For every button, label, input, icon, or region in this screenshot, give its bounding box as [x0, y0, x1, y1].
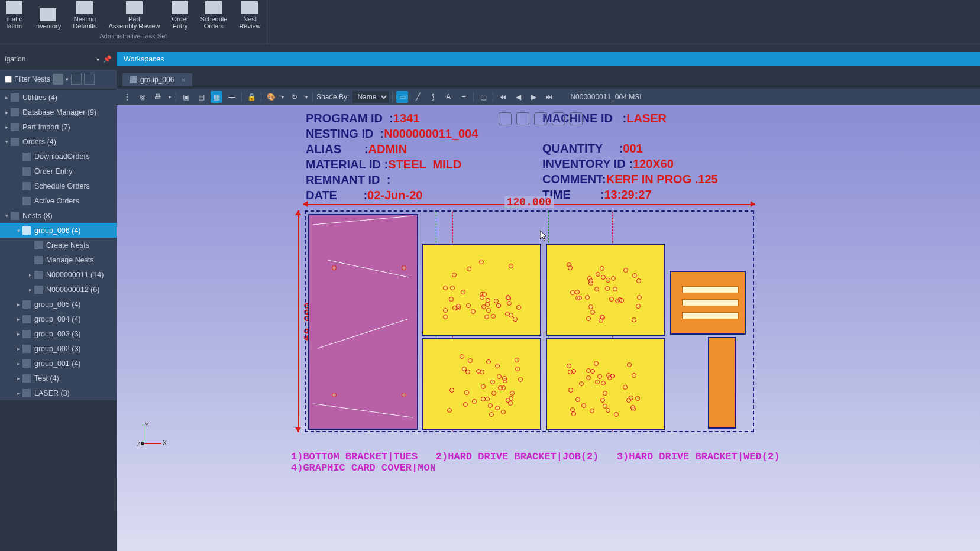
- part-hd-bracket[interactable]: [546, 338, 665, 430]
- shade-by-select[interactable]: Name: [352, 91, 389, 103]
- expand-icon[interactable]: ▸: [15, 316, 21, 322]
- ribbon-btn-inventory[interactable]: Inventory: [31, 0, 64, 31]
- expand-icon[interactable]: ▸: [4, 109, 9, 115]
- part-graphic-cover-b[interactable]: [708, 337, 736, 429]
- tree-item[interactable]: ▾Orders (4): [0, 134, 117, 149]
- workspaces-tab-label: Workspaces: [124, 55, 164, 63]
- next-icon[interactable]: ▶: [528, 91, 539, 103]
- tree-item[interactable]: ▾group_006 (4): [0, 223, 117, 238]
- tree-item[interactable]: ▸Utilities (4): [0, 90, 117, 105]
- chevron-down-icon[interactable]: ▾: [96, 56, 99, 63]
- search-icon[interactable]: [84, 74, 95, 85]
- tree-label: Test (4): [34, 374, 59, 383]
- file-tab-bar: group_006 ×: [117, 71, 980, 86]
- close-icon[interactable]: ×: [181, 76, 185, 83]
- expand-icon[interactable]: ▾: [4, 139, 9, 145]
- pin-icon[interactable]: 📌: [103, 55, 112, 63]
- tree-item[interactable]: ▸Database Manager (9): [0, 105, 117, 119]
- expand-icon[interactable]: ▸: [15, 390, 21, 396]
- tree-item[interactable]: Order Entry: [0, 164, 117, 179]
- part-hd-bracket[interactable]: [422, 338, 541, 430]
- part-hd-bracket[interactable]: [546, 244, 665, 336]
- expand-icon[interactable]: ▸: [27, 287, 33, 293]
- ribbon-btn-nesting-defaults[interactable]: Nesting Defaults: [69, 0, 100, 31]
- tree-item[interactable]: ▸N000000011 (14): [0, 267, 117, 282]
- palette-icon[interactable]: 🎨: [265, 91, 277, 103]
- tree-item[interactable]: DownloadOrders: [0, 149, 117, 164]
- filter-slot[interactable]: [71, 74, 82, 85]
- arc-icon[interactable]: ⟆: [427, 91, 439, 103]
- tree-item[interactable]: ▸group_004 (4): [0, 312, 117, 326]
- expand-icon[interactable]: ▸: [4, 95, 9, 101]
- window-icon[interactable]: ▭: [396, 91, 408, 103]
- chevron-down-icon[interactable]: ▾: [304, 95, 309, 100]
- chevron-down-icon[interactable]: ▾: [280, 95, 285, 100]
- refresh-icon[interactable]: ↻: [289, 91, 300, 103]
- prev-icon[interactable]: ◀: [512, 91, 524, 103]
- expand-icon[interactable]: ▸: [27, 272, 33, 278]
- part-graphic-cover[interactable]: [670, 271, 746, 335]
- tree-item[interactable]: ▸group_005 (4): [0, 297, 117, 312]
- last-icon[interactable]: ⏭: [543, 91, 555, 103]
- tree-item[interactable]: ▾Nests (8): [0, 208, 117, 223]
- tree-item[interactable]: ▸LASER (3): [0, 385, 117, 400]
- folder-icon: [22, 330, 31, 338]
- tree-item[interactable]: ▸group_002 (3): [0, 341, 117, 356]
- chevron-down-icon[interactable]: ▾: [167, 95, 172, 100]
- filter-nests-checkbox[interactable]: [5, 76, 12, 83]
- ribbon-btn-nest-review[interactable]: Nest Review: [235, 0, 264, 31]
- file-tab-group006[interactable]: group_006 ×: [122, 73, 192, 86]
- funnel-icon[interactable]: [53, 74, 63, 85]
- canvas-toolbar: ⋮ ◎ 🖶 ▾ ▣ ▤ ▦ — 🔒 🎨 ▾ ↻ ▾ Shade By: Name…: [117, 89, 980, 105]
- zoom-window-icon[interactable]: [499, 112, 512, 125]
- canvas[interactable]: PROGRAM ID :1341 NESTING ID :N000000011_…: [117, 105, 980, 551]
- tree-label: Part Import (7): [22, 123, 70, 131]
- tree-item[interactable]: ▸N000000012 (6): [0, 282, 117, 297]
- tree-item[interactable]: ▸Test (4): [0, 371, 117, 385]
- ribbon-btn-schedule-orders[interactable]: Schedule Orders: [197, 0, 231, 31]
- ribbon-btn-part-assembly[interactable]: Part Assembly Review: [105, 0, 164, 31]
- pan-icon[interactable]: [534, 112, 547, 125]
- view-c-icon[interactable]: ▦: [211, 91, 222, 103]
- plus-icon[interactable]: +: [458, 91, 470, 103]
- print-icon[interactable]: 🖶: [152, 91, 164, 103]
- part-bottom-bracket[interactable]: [308, 214, 418, 430]
- first-icon[interactable]: ⏮: [497, 91, 509, 103]
- tree-item[interactable]: Schedule Orders: [0, 179, 117, 193]
- target-icon[interactable]: ◎: [137, 91, 148, 103]
- expand-icon[interactable]: ▸: [15, 302, 21, 307]
- tree-item[interactable]: Create Nests: [0, 238, 117, 252]
- expand-icon[interactable]: ▸: [15, 346, 21, 352]
- ribbon-label: matic lation: [7, 15, 22, 30]
- line-icon[interactable]: ╱: [412, 91, 423, 103]
- rect-icon[interactable]: ▢: [477, 91, 489, 103]
- ribbon-btn-0[interactable]: matic lation: [2, 0, 26, 31]
- expand-icon[interactable]: ▾: [15, 228, 21, 234]
- zoom-in-icon[interactable]: [516, 112, 529, 125]
- text-icon[interactable]: A: [442, 91, 454, 103]
- tree-item[interactable]: Manage Nests: [0, 252, 117, 267]
- fit-icon[interactable]: [570, 112, 583, 125]
- tree-item[interactable]: ▸group_003 (3): [0, 326, 117, 341]
- part-hd-bracket[interactable]: [422, 244, 541, 336]
- orbit-icon[interactable]: [552, 112, 565, 125]
- tree-item[interactable]: Active Orders: [0, 193, 117, 208]
- file-icon: [130, 76, 137, 83]
- grip-icon[interactable]: ⋮: [121, 91, 133, 103]
- expand-icon[interactable]: ▸: [15, 331, 21, 337]
- expand-icon[interactable]: ▸: [15, 375, 21, 381]
- workspaces-tab[interactable]: Workspaces: [117, 52, 980, 66]
- tree-item[interactable]: ▸Part Import (7): [0, 119, 117, 134]
- expand-icon[interactable]: ▾: [4, 213, 9, 219]
- expand-icon[interactable]: ▸: [15, 361, 21, 367]
- ribbon-btn-order-entry[interactable]: Order Entry: [168, 0, 192, 31]
- chevron-down-icon[interactable]: ▾: [66, 76, 69, 82]
- minus-icon[interactable]: —: [226, 91, 238, 103]
- view-a-icon[interactable]: ▣: [180, 91, 192, 103]
- view-b-icon[interactable]: ▤: [195, 91, 207, 103]
- expand-icon[interactable]: ▸: [4, 124, 9, 130]
- tree-item[interactable]: ▸group_001 (4): [0, 356, 117, 371]
- nav-panel-header: igation ▾ 📌: [0, 52, 117, 66]
- gear-icon: [6, 1, 22, 14]
- lock-icon[interactable]: 🔒: [245, 91, 257, 103]
